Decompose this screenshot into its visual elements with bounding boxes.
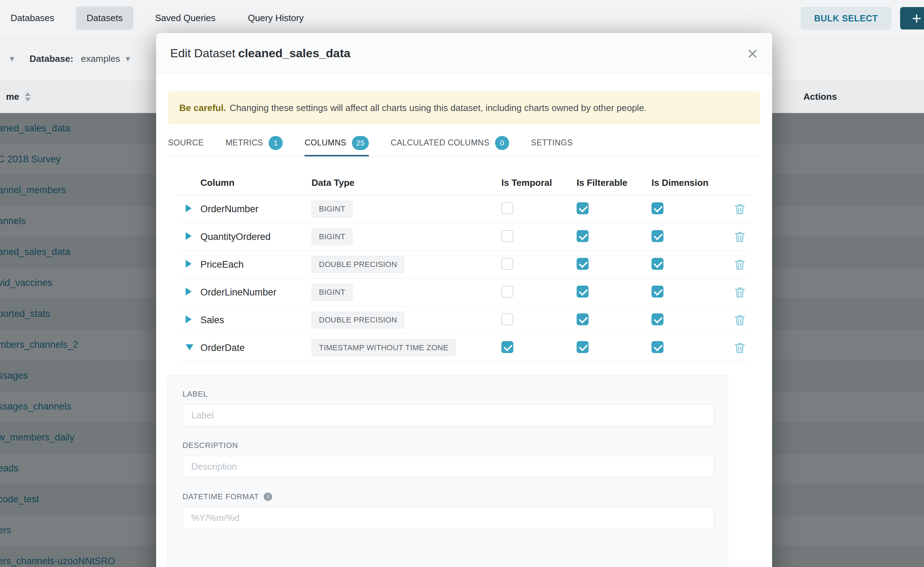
column-name: Sales bbox=[200, 315, 312, 326]
column-name: OrderLineNumber bbox=[200, 287, 312, 298]
close-icon[interactable]: × bbox=[747, 44, 758, 63]
expand-caret-icon[interactable] bbox=[186, 260, 192, 268]
columns-table: Column Data Type Is Temporal Is Filterab… bbox=[178, 157, 750, 362]
expand-caret-icon[interactable] bbox=[186, 288, 192, 296]
add-dataset-button[interactable]: + bbox=[900, 7, 924, 30]
is-temporal-checkbox[interactable] bbox=[501, 202, 513, 214]
delete-column-button[interactable] bbox=[734, 203, 745, 214]
description-input[interactable] bbox=[182, 456, 714, 477]
nav-tab-datasets[interactable]: Datasets bbox=[76, 6, 133, 30]
column-row: Sales DOUBLE PRECISION bbox=[178, 306, 750, 334]
is-dimension-checkbox[interactable] bbox=[652, 314, 664, 325]
nav-tab-query-history[interactable]: Query History bbox=[237, 6, 315, 30]
is-dimension-checkbox[interactable] bbox=[652, 341, 664, 353]
description-field-label: DESCRIPTION bbox=[182, 441, 238, 450]
expand-caret-icon[interactable] bbox=[186, 232, 192, 240]
is-temporal-checkbox[interactable] bbox=[501, 286, 513, 297]
is-filterable-checkbox[interactable] bbox=[576, 341, 588, 353]
bulk-select-button[interactable]: BULK SELECT bbox=[801, 7, 891, 30]
tab-metrics[interactable]: METRICS 1 bbox=[226, 130, 283, 156]
data-type-pill: TIMESTAMP WITHOUT TIME ZONE bbox=[312, 339, 456, 356]
name-column-header[interactable]: me bbox=[6, 92, 31, 102]
data-type-pill: BIGINT bbox=[312, 284, 353, 301]
warning-text: Changing these settings will affect all … bbox=[230, 103, 647, 114]
column-name: OrderNumber bbox=[200, 204, 312, 214]
info-icon[interactable]: i bbox=[264, 492, 272, 501]
is-filterable-checkbox[interactable] bbox=[576, 202, 588, 214]
is-filterable-checkbox[interactable] bbox=[576, 230, 588, 242]
is-filterable-checkbox[interactable] bbox=[576, 314, 588, 325]
tab-label: METRICS bbox=[226, 138, 263, 147]
data-type-pill: BIGINT bbox=[312, 201, 353, 218]
tab-label: CALCULATED COLUMNS bbox=[391, 138, 489, 147]
sort-icon bbox=[25, 92, 31, 101]
trash-icon bbox=[734, 231, 745, 242]
tab-columns[interactable]: COLUMNS 25 bbox=[304, 130, 369, 156]
modal-header: Edit Datasetcleaned_sales_data × bbox=[156, 33, 772, 74]
data-type-pill: BIGINT bbox=[312, 228, 353, 245]
modal-title: Edit Datasetcleaned_sales_data bbox=[170, 46, 351, 60]
data-type-pill: DOUBLE PRECISION bbox=[312, 312, 404, 328]
tab-settings[interactable]: SETTINGS bbox=[531, 130, 573, 156]
delete-column-button[interactable] bbox=[734, 342, 745, 353]
modal-title-prefix: Edit Dataset bbox=[170, 46, 235, 60]
delete-column-button[interactable] bbox=[734, 286, 745, 298]
warning-banner: Be careful. Changing these settings will… bbox=[168, 92, 760, 124]
tab-calculated-columns[interactable]: CALCULATED COLUMNS 0 bbox=[391, 130, 509, 156]
expand-caret-icon[interactable] bbox=[186, 315, 192, 323]
chevron-down-icon[interactable]: ▾ bbox=[10, 54, 14, 64]
collapse-caret-icon[interactable] bbox=[186, 344, 193, 350]
modal-title-dataset-name: cleaned_sales_data bbox=[238, 46, 350, 60]
delete-column-button[interactable] bbox=[734, 231, 745, 242]
column-row: PriceEach DOUBLE PRECISION bbox=[178, 251, 750, 279]
is-temporal-checkbox[interactable] bbox=[501, 341, 513, 353]
delete-column-button[interactable] bbox=[734, 259, 745, 270]
metrics-count-badge: 1 bbox=[269, 136, 283, 150]
description-field: DESCRIPTION bbox=[182, 441, 713, 477]
is-temporal-checkbox[interactable] bbox=[501, 314, 513, 325]
columns-table-header: Column Data Type Is Temporal Is Filterab… bbox=[178, 157, 750, 195]
is-dimension-checkbox[interactable] bbox=[652, 230, 664, 242]
edit-dataset-modal: Edit Datasetcleaned_sales_data × Be care… bbox=[156, 33, 772, 567]
expand-caret-icon[interactable] bbox=[186, 204, 192, 212]
nav-tab-databases[interactable]: Databases bbox=[0, 6, 65, 30]
header-column: Column bbox=[200, 177, 312, 188]
chevron-down-icon[interactable]: ▾ bbox=[126, 54, 130, 64]
tab-bar: SOURCE METRICS 1 COLUMNS 25 CALCULATED C… bbox=[168, 130, 760, 157]
tab-label: COLUMNS bbox=[304, 138, 346, 147]
nav-tab-saved-queries[interactable]: Saved Queries bbox=[144, 6, 226, 30]
column-name: PriceEach bbox=[200, 259, 312, 270]
label-field-label: LABEL bbox=[182, 390, 208, 399]
header-is-temporal: Is Temporal bbox=[501, 177, 576, 188]
is-dimension-checkbox[interactable] bbox=[652, 286, 664, 297]
actions-column-header: Actions bbox=[804, 92, 837, 102]
column-name: OrderDate bbox=[200, 342, 312, 353]
database-filter-value[interactable]: examples bbox=[81, 53, 120, 64]
header-data-type: Data Type bbox=[312, 177, 501, 188]
warning-bold-text: Be careful. bbox=[179, 103, 226, 114]
tab-label: SOURCE bbox=[168, 138, 203, 147]
is-filterable-checkbox[interactable] bbox=[576, 258, 588, 270]
is-temporal-checkbox[interactable] bbox=[501, 230, 513, 242]
datetime-format-input[interactable] bbox=[182, 507, 714, 529]
trash-icon bbox=[734, 314, 745, 326]
header-is-filterable: Is Filterable bbox=[576, 177, 652, 188]
database-filter-label: Database: bbox=[30, 53, 73, 64]
column-row: OrderDate TIMESTAMP WITHOUT TIME ZONE bbox=[178, 334, 750, 362]
is-dimension-checkbox[interactable] bbox=[652, 202, 664, 214]
datetime-format-field-label: DATETIME FORMAT bbox=[182, 492, 259, 501]
calculated-columns-count-badge: 0 bbox=[495, 136, 509, 150]
tab-label: SETTINGS bbox=[531, 138, 573, 147]
column-name: QuantityOrdered bbox=[200, 231, 312, 242]
tab-source[interactable]: SOURCE bbox=[168, 130, 203, 156]
is-temporal-checkbox[interactable] bbox=[501, 258, 513, 270]
delete-column-button[interactable] bbox=[734, 314, 745, 326]
top-nav: Databases Datasets Saved Queries Query H… bbox=[0, 0, 924, 36]
columns-count-badge: 25 bbox=[352, 136, 369, 150]
column-row: QuantityOrdered BIGINT bbox=[178, 223, 750, 251]
is-dimension-checkbox[interactable] bbox=[652, 258, 664, 270]
datetime-format-field: DATETIME FORMAT i bbox=[182, 492, 713, 529]
label-input[interactable] bbox=[182, 404, 714, 426]
trash-icon bbox=[734, 203, 745, 214]
is-filterable-checkbox[interactable] bbox=[576, 286, 588, 297]
